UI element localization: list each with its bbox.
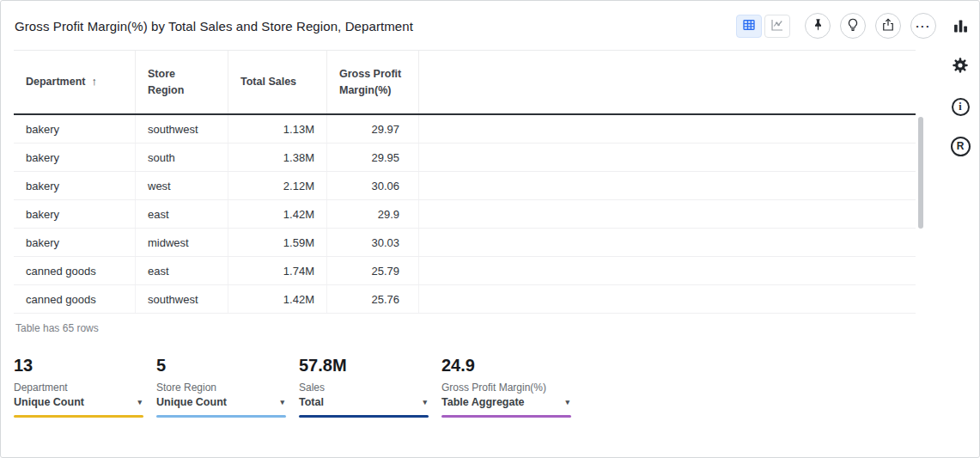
cell-filler (419, 229, 916, 256)
aggregation-selector[interactable]: Unique Count ▾ (14, 396, 143, 408)
aggregation-selector[interactable]: Unique Count ▾ (156, 396, 286, 408)
more-options-button[interactable]: ··· (910, 13, 936, 39)
cell-filler (419, 144, 916, 171)
info-icon: i (952, 98, 970, 116)
table-view-button[interactable] (736, 15, 762, 38)
cell-gross-profit-margin: 29.97 (327, 115, 419, 143)
logo-button[interactable]: R (949, 135, 971, 157)
summary-card-sales: 57.8M Sales Total ▾ (299, 356, 429, 418)
main-panel: Gross Profit Margin(%) by Total Sales an… (1, 1, 943, 457)
column-header-total-sales[interactable]: Total Sales (228, 51, 327, 113)
cell-total-sales: 1.13M (228, 115, 327, 143)
cell-department: bakery (14, 115, 136, 143)
data-table: Department ↑ Store Region Total Sales Gr… (14, 50, 916, 314)
sort-asc-icon[interactable]: ↑ (91, 74, 97, 90)
column-label: Store Region (148, 66, 191, 97)
lightbulb-icon (845, 17, 861, 35)
cell-gross-profit-margin: 30.06 (327, 172, 419, 199)
summary-card-department: 13 Department Unique Count ▾ (14, 356, 143, 418)
cell-gross-profit-margin: 25.79 (327, 257, 419, 284)
info-button[interactable]: i (949, 95, 971, 118)
cell-gross-profit-margin: 29.95 (327, 144, 419, 171)
share-icon (880, 17, 896, 35)
cell-gross-profit-margin: 29.9 (327, 200, 419, 228)
summary-label: Department (14, 382, 143, 394)
cell-store-region: south (136, 144, 228, 171)
bar-chart-icon (952, 17, 970, 39)
cell-store-region: midwest (136, 229, 228, 256)
gear-icon (951, 56, 970, 78)
color-bar (14, 415, 143, 418)
summary-card-gross-profit-margin: 24.9 Gross Profit Margin(%) Table Aggreg… (441, 356, 571, 418)
cell-store-region: east (136, 257, 228, 284)
chart-panel-button[interactable] (949, 16, 971, 39)
summary-cards: 13 Department Unique Count ▾ 5 Store Reg… (14, 356, 943, 418)
column-label: Total Sales (240, 74, 296, 89)
column-header-filler (419, 51, 916, 113)
color-bar (156, 415, 286, 418)
cell-department: canned goods (14, 285, 136, 313)
row-count-note: Table has 65 rows (15, 322, 943, 334)
r-logo-icon: R (951, 137, 971, 156)
cell-gross-profit-margin: 25.76 (327, 285, 419, 313)
cell-department: bakery (14, 144, 136, 171)
scrollbar-thumb[interactable] (918, 117, 923, 229)
liveboard-tile: Gross Profit Margin(%) by Total Sales an… (0, 0, 980, 458)
pin-icon (811, 17, 825, 34)
cell-total-sales: 1.42M (228, 285, 327, 313)
cell-total-sales: 1.74M (228, 257, 327, 284)
cell-store-region: east (136, 200, 228, 228)
cell-filler (419, 285, 916, 313)
summary-value: 57.8M (299, 356, 429, 376)
summary-label: Store Region (156, 382, 286, 394)
aggregation-label: Table Aggregate (441, 396, 525, 408)
column-label: Gross Profit Margin(%) (339, 66, 403, 97)
aggregation-selector[interactable]: Total ▾ (299, 396, 429, 408)
table-row[interactable]: bakery west 2.12M 30.06 (14, 172, 916, 200)
table-row[interactable]: bakery east 1.42M 29.9 (14, 200, 916, 229)
table-row[interactable]: bakery southwest 1.13M 29.97 (14, 115, 916, 144)
table-header-row: Department ↑ Store Region Total Sales Gr… (14, 50, 916, 115)
aggregation-selector[interactable]: Table Aggregate ▾ (441, 396, 571, 408)
cell-filler (419, 257, 916, 284)
column-header-gross-profit-margin[interactable]: Gross Profit Margin(%) (327, 51, 419, 113)
pin-button[interactable] (805, 13, 831, 39)
summary-label: Sales (299, 382, 429, 394)
cell-total-sales: 1.59M (228, 229, 327, 256)
column-label: Department (26, 74, 85, 89)
color-bar (441, 415, 571, 418)
cell-department: canned goods (14, 257, 136, 284)
right-rail: i R (941, 1, 979, 457)
aggregation-label: Unique Count (14, 396, 84, 408)
table-row[interactable]: canned goods east 1.74M 25.79 (14, 257, 916, 285)
cell-total-sales: 1.42M (228, 200, 327, 228)
aggregation-label: Unique Count (156, 396, 227, 408)
summary-value: 13 (14, 356, 143, 376)
table-row[interactable]: bakery south 1.38M 29.95 (14, 144, 916, 172)
ellipsis-icon: ··· (916, 21, 931, 32)
cell-total-sales: 2.12M (228, 172, 327, 199)
toolbar: ··· (736, 13, 936, 39)
chevron-down-icon: ▾ (565, 398, 569, 406)
table-row[interactable]: bakery midwest 1.59M 30.03 (14, 229, 916, 257)
table-row[interactable]: canned goods southwest 1.42M 25.76 (14, 285, 916, 314)
share-button[interactable] (875, 13, 901, 39)
chevron-down-icon: ▾ (423, 398, 427, 406)
table-scrollbar[interactable] (918, 117, 923, 313)
insights-button[interactable] (840, 13, 866, 39)
cell-total-sales: 1.38M (228, 144, 327, 171)
cell-store-region: southwest (136, 285, 228, 313)
column-header-department[interactable]: Department ↑ (14, 51, 136, 113)
chart-view-button[interactable] (764, 15, 790, 38)
aggregation-label: Total (299, 396, 324, 408)
chevron-down-icon: ▾ (280, 398, 284, 406)
column-header-store-region[interactable]: Store Region (136, 51, 228, 113)
settings-button[interactable] (949, 56, 971, 78)
cell-department: bakery (14, 200, 136, 228)
view-toggle (736, 15, 790, 38)
cell-store-region: west (136, 172, 228, 199)
cell-department: bakery (14, 229, 136, 256)
cell-store-region: southwest (136, 115, 228, 143)
tile-header: Gross Profit Margin(%) by Total Sales an… (1, 1, 943, 39)
line-chart-icon (770, 17, 785, 35)
